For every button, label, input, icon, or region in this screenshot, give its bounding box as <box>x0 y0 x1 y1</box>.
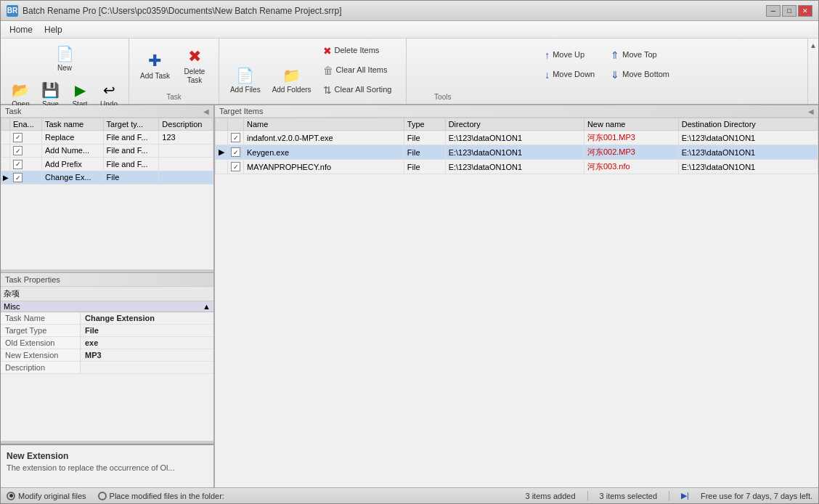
target-col-name[interactable]: Name <box>244 118 404 131</box>
target-newname-2: 河东003.nfo <box>584 160 678 174</box>
target-col-indicator <box>216 118 228 131</box>
target-items-table[interactable]: Name Type Directory New name Destination… <box>215 118 818 487</box>
task-cb-0[interactable] <box>13 133 23 142</box>
task-section-header: Task ◀ <box>1 105 213 118</box>
props-row-1: Target Type File <box>1 325 213 337</box>
target-col-directory[interactable]: Directory <box>445 118 584 131</box>
target-col-enabled[interactable] <box>228 118 244 131</box>
props-key-0: Task Name <box>1 312 81 324</box>
add-folders-icon: 📁 <box>282 67 301 84</box>
props-val-4 <box>81 362 213 373</box>
task-col-name[interactable]: Task name <box>41 118 103 131</box>
props-val-0: Change Extension <box>81 312 213 324</box>
task-row-enabled-1[interactable] <box>10 144 42 158</box>
task-properties-content: 杂项 Misc ▲ Task Name Change Extension Tar… <box>1 287 213 441</box>
ribbon-collapse-button[interactable]: ▲ <box>810 41 817 49</box>
task-col-type[interactable]: Target ty... <box>103 118 159 131</box>
target-cb-0[interactable] <box>231 133 240 142</box>
target-dir-1: E:\123\dataON1ON1 <box>445 145 584 160</box>
window-title: Batch Rename Pro [C:\Users\pc0359\Docume… <box>23 6 342 16</box>
target-cb-2[interactable] <box>231 162 240 171</box>
move-top-icon: ⇑ <box>611 49 619 61</box>
move-top-button[interactable]: ⇑ Move Top <box>606 46 675 64</box>
radio-place-dot <box>98 492 107 500</box>
new-button[interactable]: 📄 New <box>51 41 79 76</box>
task-row-enabled-3[interactable] <box>10 171 42 184</box>
target-col-type[interactable]: Type <box>404 118 445 131</box>
delete-task-button[interactable]: ✖ Delete Task <box>176 44 213 89</box>
target-cb-cell-0[interactable] <box>228 131 244 145</box>
add-folders-button[interactable]: 📁 Add Folders <box>267 63 317 98</box>
clear-all-items-button[interactable]: 🗑 Clear All Items <box>318 62 401 79</box>
task-cb-2[interactable] <box>13 160 23 169</box>
radio-modify-original[interactable]: Modify original files <box>7 492 86 500</box>
info-panel-title: New Extension <box>7 451 208 461</box>
target-row-0[interactable]: indafont.v2.0.0-MPT.exe File E:\123\data… <box>216 131 818 145</box>
move-up-button[interactable]: ↑ Move Up <box>539 46 600 64</box>
task-row-enabled-0[interactable] <box>10 131 42 145</box>
target-section-header: Target Items ◀ <box>215 105 818 118</box>
task-row-enabled-2[interactable] <box>10 158 42 171</box>
target-cb-cell-2[interactable] <box>228 160 244 174</box>
info-panel: New Extension The extension to replace t… <box>1 444 213 487</box>
ribbon-group-project: 📄 New 📂 Open 💾 Save <box>1 38 129 104</box>
target-col-newname[interactable]: New name <box>584 118 678 131</box>
menu-home[interactable]: Home <box>4 23 38 36</box>
target-name-1: Keygen.exe <box>244 145 404 160</box>
task-row-indicator-2 <box>1 158 10 171</box>
target-row-1[interactable]: ▶ Keygen.exe File E:\123\dataON1ON1 河东00… <box>216 145 818 160</box>
app-icon: BR <box>7 5 18 17</box>
task-col-desc[interactable]: Description <box>159 118 213 131</box>
target-col-destdir[interactable]: Destination Directory <box>678 118 818 131</box>
task-table[interactable]: Ena... Task name Target ty... Descriptio… <box>1 118 213 269</box>
task-row-1[interactable]: Add Nume... File and F... <box>1 144 213 158</box>
target-newname-1: 河东002.MP3 <box>584 145 678 160</box>
add-task-button[interactable]: ✚ Add Task <box>135 48 175 84</box>
task-row-name-3: Change Ex... <box>41 171 103 184</box>
status-items-selected: 3 items selected <box>600 492 657 500</box>
move-bottom-button[interactable]: ⇓ Move Bottom <box>606 66 675 84</box>
task-row-type-1: File and F... <box>103 144 159 158</box>
title-bar: BR Batch Rename Pro [C:\Users\pc0359\Doc… <box>1 1 818 21</box>
props-row-2: Old Extension exe <box>1 337 213 349</box>
move-down-icon: ↓ <box>545 69 550 81</box>
close-button[interactable]: ✕ <box>798 5 812 17</box>
target-dir-2: E:\123\dataON1ON1 <box>445 160 584 174</box>
menu-help[interactable]: Help <box>38 23 68 36</box>
move-down-button[interactable]: ↓ Move Down <box>539 66 600 84</box>
add-files-button[interactable]: 📄 Add Files <box>225 63 266 98</box>
minimize-button[interactable]: ─ <box>766 5 781 17</box>
task-cb-3[interactable] <box>13 173 23 182</box>
target-cb-1[interactable] <box>231 147 240 157</box>
status-divider-2 <box>669 491 669 501</box>
target-type-1: File <box>404 145 445 160</box>
restore-button[interactable]: □ <box>782 5 796 17</box>
save-icon: 💾 <box>41 81 60 99</box>
left-panel: Task ◀ Ena... Task name Target ty... Des… <box>1 105 215 487</box>
clear-all-sorting-button[interactable]: ⇅ Clear All Sorting <box>318 81 401 99</box>
right-panel: Target Items ◀ Name Type Directory New n… <box>215 105 818 487</box>
open-icon: 📂 <box>12 81 30 99</box>
task-row-desc-0: 123 <box>159 131 213 145</box>
props-val-2: exe <box>81 337 213 349</box>
delete-items-button[interactable]: ✖ Delete Items <box>318 42 401 60</box>
ribbon-group-tools: ↑ Move Up ↓ Move Down ⇑ Move Top <box>407 38 808 104</box>
clear-sorting-icon: ⇅ <box>323 84 332 96</box>
task-row-desc-3 <box>159 171 213 184</box>
task-col-enabled[interactable]: Ena... <box>10 118 42 131</box>
props-row-4: Description <box>1 362 213 374</box>
clear-all-items-icon: 🗑 <box>323 65 333 76</box>
props-key-2: Old Extension <box>1 337 81 349</box>
task-row-0[interactable]: Replace File and F... 123 <box>1 131 213 145</box>
props-key-3: New Extension <box>1 349 81 361</box>
task-row-2[interactable]: Add Prefix File and F... <box>1 158 213 171</box>
task-row-name-1: Add Nume... <box>41 144 103 158</box>
delete-task-icon: ✖ <box>188 47 201 66</box>
target-cb-cell-1[interactable] <box>228 145 244 160</box>
task-row-3[interactable]: ▶ Change Ex... File <box>1 171 213 184</box>
target-row-2[interactable]: MAYANPROPHECY.nfo File E:\123\dataON1ON1… <box>216 160 818 174</box>
radio-place-modified[interactable]: Place modified files in the folder: <box>98 492 224 500</box>
target-name-0: indafont.v2.0.0-MPT.exe <box>244 131 404 145</box>
props-val-1: File <box>81 325 213 336</box>
task-cb-1[interactable] <box>13 146 23 155</box>
